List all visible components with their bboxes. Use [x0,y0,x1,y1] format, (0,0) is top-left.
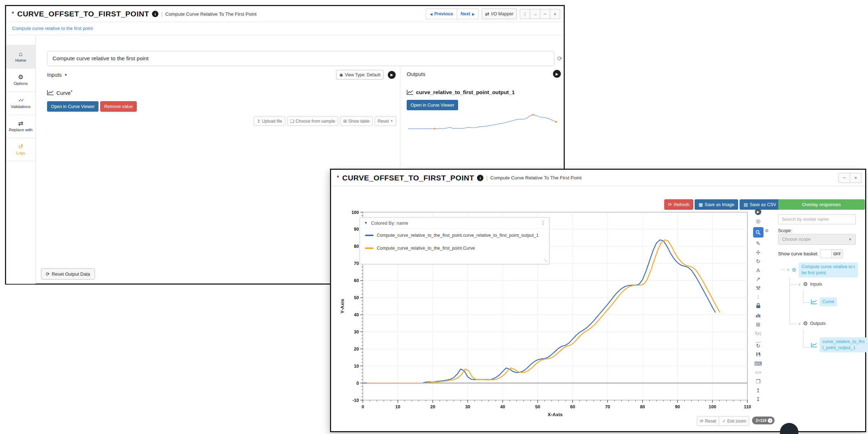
info-icon[interactable]: i [477,175,483,181]
sidebar-item-logs[interactable]: ↺ Logs [6,138,35,161]
next-button[interactable]: Next▶ [457,9,479,19]
code-icon[interactable]: </> [755,370,761,376]
save-icon[interactable] [756,352,761,358]
scope-select[interactable]: Choose scope ▼ [778,234,856,245]
svg-text:0: 0 [362,404,364,409]
reset-output-data-button[interactable]: ⟳ Reset Output Data [41,268,95,280]
legend-entry-curve[interactable]: Compute_curve_relative_to_the_first_poin… [360,238,549,251]
expand-icon[interactable]: ✢ [756,250,761,255]
tree-node-output-1[interactable]: curve_relative_to_first_point_output_1 [811,337,868,352]
svg-text:100: 100 [709,404,716,409]
svg-text:Y-Axis: Y-Axis [340,299,345,313]
sidebar-item-replace-with[interactable]: ⇄ Replace with [6,114,35,138]
svg-text:80: 80 [640,404,645,409]
bar-chart-icon[interactable] [756,313,761,318]
refresh-icon[interactable]: ↻ [756,259,761,264]
point-count-badge: 2=119 i [752,417,775,424]
kebab-menu-icon[interactable]: ⋮ [540,220,545,226]
eye-icon: ◉ [339,72,343,77]
svg-text:10: 10 [395,404,400,409]
chevron-down-icon: ▼ [848,238,852,241]
prev-next-group: ◀Previous Next▶ [426,9,478,19]
reset-dropdown-button[interactable]: Reset▼ [375,116,396,126]
legend-title: Colored By: name [371,220,408,226]
sidebar-item-validations[interactable]: ✓✓ Validations [6,91,35,114]
chevron-down-icon[interactable]: ▼ [364,221,367,225]
divider-icon: | [757,294,758,300]
previous-button[interactable]: ◀Previous [426,9,457,19]
tree-node-worker[interactable]: ∨ ⚙ Compute curve relative to the first … [787,262,858,277]
minimize-button[interactable]: − [540,9,550,19]
popout-button[interactable]: → [530,9,540,19]
chevron-down-icon[interactable]: ∨ [787,267,790,272]
chevron-down-icon[interactable]: ∨ [798,321,801,326]
svg-text:110: 110 [744,404,751,409]
close-button[interactable]: × [550,9,560,19]
zoom-icon[interactable]: ⚙ [753,227,763,238]
collapse-panel-button[interactable]: ▶ [553,70,561,78]
refresh-icon[interactable]: ↻ [756,343,761,349]
output-sparkline-chart[interactable] [407,112,562,131]
tools-icon[interactable]: ⚒ [756,285,760,291]
refresh-icon: ⟳ [700,419,704,424]
outputs-panel: Outputs ▶ curve_relative_to_first_point_… [407,67,562,168]
refresh-icon[interactable]: ⟳ [557,55,562,62]
curve-basket-toggle[interactable]: OFF [820,249,843,258]
svg-text:-10: -10 [352,398,359,403]
copy-icon[interactable]: ❐ [756,379,760,384]
exit-zoom-button[interactable]: ✓Exit zoom [719,416,749,426]
worker-description-input[interactable] [47,51,554,66]
required-marker: * [71,89,72,95]
titlebar: * CURVE_OFFSET_TO_FIRST_POINT i | Comput… [331,170,865,186]
curve-chart-icon [811,342,817,347]
open-curve-viewer-button[interactable]: Open in Curve Viewer [47,101,98,112]
svg-text:50: 50 [354,295,359,300]
chevron-down-icon: ▼ [390,119,393,123]
text-icon[interactable]: A [756,267,760,273]
close-button[interactable]: × [850,173,862,183]
info-icon[interactable]: i [152,11,158,17]
chevron-down-icon[interactable]: ∨ [798,282,801,287]
choose-from-sample-button[interactable]: ❏Choose from sample [287,116,338,126]
minimize-button[interactable]: − [838,173,850,183]
upload-icon[interactable]: ↥ [756,388,761,393]
view-type-button[interactable]: ◉ View Type: Default [336,70,384,80]
arrow-icon[interactable]: ↗ [756,276,761,282]
sidebar-item-home[interactable]: ⌂ Home [6,45,35,68]
worker-description-link[interactable]: Compute curve relative to the first poin… [6,22,564,35]
tree-node-outputs[interactable]: ∨ ⚙ Outputs [798,320,826,327]
tree-node-curve[interactable]: Curve [811,297,837,306]
resize-handle[interactable]: ⟍ [544,258,547,263]
play-icon[interactable]: ▶ [755,209,761,215]
remove-value-button[interactable]: Remove value [100,101,137,112]
io-mapper-button[interactable]: ⇄ I/O Mapper [482,9,517,19]
tree-node-inputs[interactable]: ∨ ⚙ Inputs [798,281,822,287]
refresh-icon: ⟳ [668,202,672,207]
info-icon[interactable]: i [768,418,772,423]
chart-export-rail: ↻⌨</>❐↥↧ [751,343,765,402]
eye-icon[interactable]: ◎ [756,218,760,224]
pencil-icon[interactable]: ✎ [756,241,761,246]
chevron-right-icon: ▶ [472,12,475,16]
show-table-button[interactable]: ⊞Show table [340,116,372,126]
chart-legend[interactable]: ▼ Colored By: name ⋮ Compute_curve_relat… [360,217,549,264]
overlay-responses-button[interactable]: Overlay responses [778,199,865,210]
keyboard-icon[interactable]: ⌨ [754,361,762,367]
toggle-knob [821,250,832,258]
upload-file-button[interactable]: ↥Upload file [254,116,285,126]
legend-entry-output[interactable]: Compute_curve_relative_to_the_first_poin… [360,229,549,238]
kebab-menu-button[interactable]: ⋮ [520,9,530,19]
sidebar-item-options[interactable]: ⚙ Options [6,68,35,91]
fx-icon[interactable]: f(x) [755,331,761,336]
worker-tree-sidebar: Overlay responses Scope: Choose scope ▼ … [778,186,866,432]
lock-icon[interactable] [756,303,761,310]
collapse-panel-button[interactable]: ▶ [388,71,396,79]
download-icon[interactable]: ↧ [756,397,761,402]
worker-search-input[interactable] [778,214,856,224]
chevron-down-icon[interactable]: ▼ [64,73,67,77]
upload-icon: ↥ [257,119,260,124]
table-icon[interactable]: ⊞ [756,322,761,327]
open-curve-viewer-button[interactable]: Open in Curve Viewer [407,100,458,110]
gear-icon[interactable]: ⚙ [765,228,769,233]
reset-zoom-button[interactable]: ⟳Reset [697,416,719,426]
